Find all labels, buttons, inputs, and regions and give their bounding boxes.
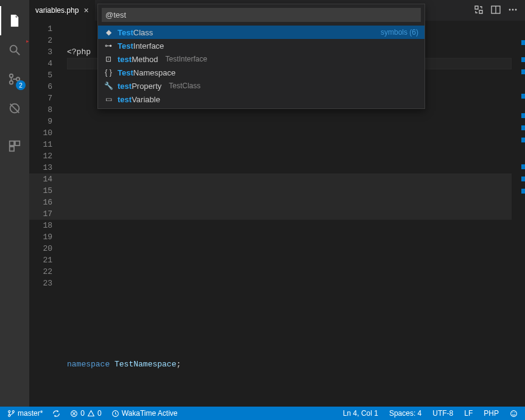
method-icon: ⊡ [104,55,113,63]
scm-badge: 2 [16,80,26,90]
more-icon[interactable] [508,5,518,16]
encoding[interactable]: UTF-8 [430,409,456,418]
quick-open: ◆ TestClass symbols (6) ⊶ TestInterface … [97,4,425,109]
tab-label: variables.php [35,6,79,15]
symbol-item-property[interactable]: 🔧 testProperty TestClass [98,79,425,93]
svg-rect-8 [15,141,19,145]
namespace-icon: { } [104,68,113,77]
symbol-item-class[interactable]: ◆ TestClass symbols (6) [98,26,425,39]
symbol-item-method[interactable]: ⊡ testMethod TestInterface [98,52,425,66]
quick-open-input[interactable] [102,8,421,22]
svg-point-23 [512,412,513,413]
eol[interactable]: LF [462,409,475,418]
split-editor-icon[interactable] [491,5,501,16]
sync-icon[interactable] [50,407,63,420]
variable-icon: ▭ [104,95,113,103]
symbol-item-variable[interactable]: ▭ testVariable [98,93,425,106]
svg-point-13 [512,9,514,10]
code-line: <?php [67,47,91,57]
svg-point-17 [12,410,14,412]
svg-line-1 [16,52,20,55]
svg-point-22 [511,410,517,416]
symbols-count: symbols (6) [381,28,418,37]
feedback-icon[interactable] [507,410,520,418]
svg-rect-9 [10,147,14,151]
extensions-icon[interactable] [0,131,29,161]
search-icon[interactable] [0,35,29,65]
property-icon: 🔧 [104,82,113,90]
tab-variables-php[interactable]: variables.php × [29,0,95,21]
svg-point-0 [10,46,17,52]
svg-point-12 [509,9,511,10]
symbol-item-interface[interactable]: ⊶ TestInterface [98,39,425,52]
interface-icon: ⊶ [104,41,113,50]
wakatime-status[interactable]: WakaTime Active [109,407,180,420]
explorer-icon[interactable] [0,6,29,35]
indentation[interactable]: Spaces: 4 [387,409,424,418]
status-bar: master* 0 0 WakaTime Active Ln 4, Col 1 … [0,407,525,420]
close-icon[interactable]: × [83,5,88,15]
svg-point-2 [10,74,13,78]
language-mode[interactable]: PHP [481,409,501,418]
glyph-marker: ▸ [26,36,30,47]
svg-point-15 [9,410,10,412]
class-icon: ◆ [104,28,113,37]
quick-open-list: ◆ TestClass symbols (6) ⊶ TestInterface … [98,26,425,108]
svg-point-3 [10,81,13,85]
debug-icon[interactable] [0,94,29,123]
source-control-icon[interactable]: 2 [0,65,29,94]
svg-rect-7 [10,141,14,145]
problems[interactable]: 0 0 [68,407,104,420]
svg-point-24 [514,412,515,413]
activity-bar: 2 [0,0,29,407]
svg-point-14 [515,9,517,10]
overview-ruler[interactable] [521,21,525,407]
symbol-item-namespace[interactable]: { } TestNamespace [98,66,425,79]
compare-changes-icon[interactable] [474,5,484,16]
cursor-position[interactable]: Ln 4, Col 1 [340,409,381,418]
git-branch[interactable]: master* [5,407,45,420]
